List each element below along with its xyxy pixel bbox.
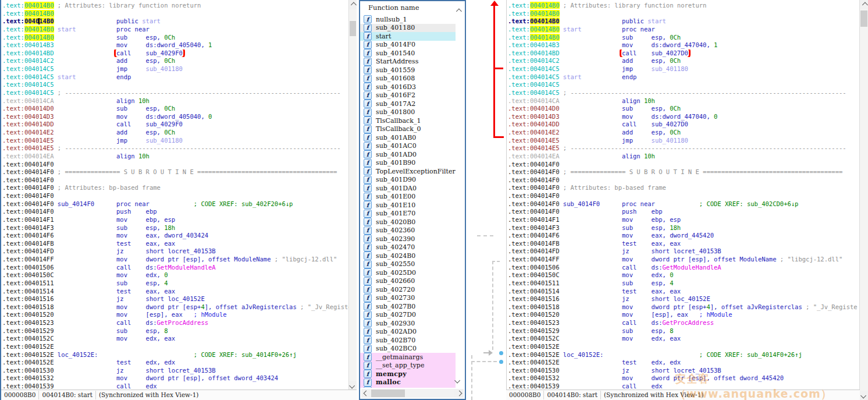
function-list-item[interactable]: fsub_401B90 [360,159,456,168]
function-list-item[interactable]: f__getmainargs [360,353,456,362]
disassembly-line[interactable]: .text:004014C5 [2,81,349,89]
function-list-item[interactable]: fsub_401E70 [360,210,456,218]
function-list-item[interactable]: fsub_4016D3 [360,83,456,91]
function-list-item[interactable]: fsub_4014F0 [360,41,456,49]
disassembly-line[interactable]: .text:004014B0 public start [508,17,860,26]
disassembly-line[interactable]: .text:00401511 sub esp, 4 [508,279,860,288]
function-list-item[interactable]: fnullsub_1 [360,15,456,24]
function-list-item[interactable]: fsub_401559 [360,66,456,75]
disassembly-line[interactable]: .text:004014FD jz short locret_40153B [2,247,349,256]
function-list-item[interactable]: f__set_app_type [360,362,456,370]
disassembly-line[interactable]: .text:004014B0 start proc near [2,26,349,34]
disassembly-line[interactable]: .text:004014D3 mov ds:dword_405040, 0 [2,113,349,121]
disassembly-line[interactable]: .text:004014E5 jmp sub_401180 [508,137,860,145]
disassembly-line[interactable]: .text:004014DD call sub_4027D0 [508,121,860,129]
disassembly-line[interactable]: .text:004014D0 sub esp, 0Ch [2,105,349,113]
scroll-left-button[interactable] [361,389,371,398]
disassembly-line[interactable]: .text:0040150C mov edx, 0 [508,271,860,279]
disassembly-line[interactable]: .text:004014CA align 10h [508,97,860,105]
disassembly-line[interactable]: .text:004014B0 [2,10,349,18]
function-list-item[interactable]: fsub_4017A2 [360,100,456,108]
function-list-item[interactable]: fsub_402720 [360,285,456,294]
function-list-item[interactable]: fsub_402730 [360,294,456,303]
disassembly-line[interactable]: .text:00401523 call ds:GetProcAddress [2,319,349,327]
disassembly-line[interactable]: .text:004014C5 start endp [508,73,860,82]
scroll-up-button[interactable] [860,0,868,9]
disassembly-line[interactable]: .text:00401529 sub esp, 8 [2,327,349,335]
disassembly-line[interactable]: .text:00401523 call ds:GetProcAddress [508,319,860,327]
disassembly-line[interactable]: .text:004014CA align 10h [2,97,349,105]
scroll-down-button[interactable] [860,391,868,400]
disassembly-line[interactable]: .text:004014F0 sub_4014F0 proc near ; CO… [2,200,349,208]
list-scroll-up-button[interactable] [456,5,460,16]
disassembly-line[interactable]: .text:004014FF mov dword ptr [esp], offs… [508,256,860,264]
right-vscrollbar[interactable] [859,0,868,400]
disassembly-line[interactable]: .text:00401511 sub esp, 4 [2,279,349,288]
function-list-item[interactable]: fTlsCallback_1 [360,116,456,125]
function-list-item[interactable]: fsub_4020B0 [360,218,456,226]
function-list-item[interactable]: fsub_401E00 [360,193,456,201]
disassembly-line[interactable]: .text:004014B3 mov ds:dword_405040, 1 [2,41,349,49]
disassembly-line[interactable]: .text:004014BD call sub_4027D0 [508,49,860,58]
disassembly-line[interactable]: .text:004014C5 jmp sub_401180 [508,65,860,73]
function-list-item[interactable]: fsub_402390 [360,235,456,243]
disassembly-line[interactable]: .text:004014B0 start proc near [508,26,860,34]
function-list-item[interactable]: fsub_4024B0 [360,252,456,260]
function-list-item[interactable]: fsub_402AD0 [360,328,456,337]
right-disassembly[interactable]: .text:004014B0 ; Attributes: library fun… [506,0,860,390]
disassembly-line[interactable]: .text:00401530 jz short locret_40153B [508,367,860,375]
function-list-item[interactable]: fsub_402470 [360,243,456,252]
disassembly-line[interactable]: .text:00401529 sub esp, 8 [508,327,860,335]
disassembly-line[interactable]: .text:004014D0 sub esp, 0Ch [508,105,860,113]
disassembly-line[interactable]: .text:004014FB test eax, eax [2,240,349,248]
disassembly-line[interactable]: .text:004014F0 [2,161,349,169]
disassembly-line[interactable]: .text:004014B0 sub esp, 0Ch [2,34,349,42]
function-list-item[interactable]: fsub_402660 [360,277,456,286]
function-list-item[interactable]: fsub_4027D0 [360,311,456,320]
function-list-item[interactable]: fsub_401DA0 [360,184,456,193]
function-list-item[interactable]: fsub_402930 [360,319,456,328]
disassembly-line[interactable]: .text:00401506 call ds:GetModuleHandleA [508,264,860,272]
disassembly-line[interactable]: .text:00401514 test eax, eax [2,288,349,296]
disassembly-line[interactable]: .text:0040152E [2,343,349,351]
function-list-item[interactable]: fsub_401180 [360,24,456,33]
function-list-item[interactable]: fsub_401AD0 [360,150,456,159]
function-list-item[interactable]: fStartAddress [360,58,456,66]
function-list-item[interactable]: fstrlen [360,387,456,388]
scrollbar-thumb[interactable] [860,10,867,27]
scroll-up-button[interactable] [349,0,357,9]
disassembly-line[interactable]: .text:004014F0 ; Attributes: bp-based fr… [2,184,349,192]
function-list-item[interactable]: fstart [360,32,456,41]
disassembly-line[interactable]: .text:004014F6 mov eax, dword_445420 [508,232,860,240]
disassembly-line[interactable]: .text:004014B0 ; Attributes: library fun… [2,2,349,10]
disassembly-line[interactable]: .text:004014E5 jmp sub_401180 [2,137,349,145]
disassembly-line[interactable]: .text:004014F3 sub esp, 18h [2,224,349,232]
disassembly-line[interactable]: .text:004014E5 ; -----------------------… [508,144,860,153]
disassembly-line[interactable]: .text:004014F0 push ebp [508,208,860,216]
function-list-item[interactable]: fsub_401E10 [360,201,456,210]
list-scroll-down-button[interactable] [456,374,460,385]
disassembly-line[interactable]: .text:004014F0 ; =============== S U B R… [2,168,349,176]
function-list-item[interactable]: fTlsCallback_0 [360,125,456,134]
disassembly-line[interactable]: .text:004014BD call sub_4029F0 [2,49,349,58]
disassembly-line[interactable]: .text:004014F0 ; Attributes: bp-based fr… [508,184,860,192]
function-list-item[interactable]: fsub_402B70 [360,336,456,345]
scroll-right-button[interactable] [454,389,464,398]
disassembly-line[interactable]: .text:004014F0 [508,176,860,185]
disassembly-line[interactable]: .text:004014F1 mov ebp, esp [508,216,860,224]
disassembly-line[interactable]: .text:00401518 mov dword ptr [esp+4], of… [2,303,349,311]
disassembly-line[interactable]: .text:004014B0 ; Attributes: library fun… [508,2,860,10]
disassembly-line[interactable]: .text:00401516 jz short loc_40152E [2,295,349,303]
disassembly-line[interactable]: .text:0040152E [508,343,860,351]
function-list-item[interactable]: fsub_4025D0 [360,268,456,277]
disassembly-line[interactable]: .text:004014F0 [508,161,860,169]
disassembly-line[interactable]: .text:004014B0 public start [2,17,349,26]
disassembly-line[interactable]: .text:00401532 mov dword ptr [esp], offs… [2,374,349,383]
disassembly-line[interactable]: .text:004014C2 add esp, 0Ch [508,57,860,65]
disassembly-line[interactable]: .text:00401516 jz short loc_40152E [508,295,860,303]
function-list-item[interactable]: fmalloc [360,378,456,387]
function-list-item[interactable]: fsub_401AC0 [360,142,456,151]
function-list-item[interactable]: fsub_401800 [360,108,456,117]
disassembly-line[interactable]: .text:004014F6 mov eax, dword_403424 [2,232,349,240]
list-hscrollbar[interactable] [361,389,464,398]
